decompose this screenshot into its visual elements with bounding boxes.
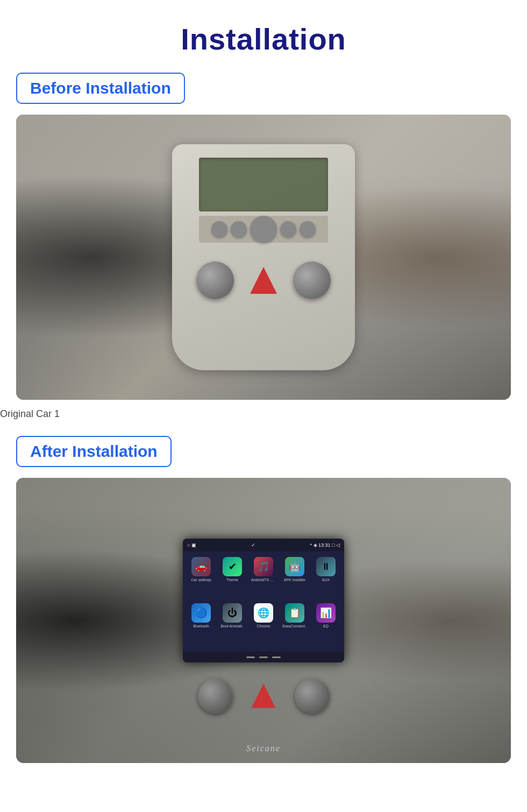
aux-label: AUX bbox=[322, 578, 330, 582]
app-apk-installer: 🤖 APK Installer bbox=[281, 557, 309, 600]
before-installation-label: Before Installation bbox=[16, 73, 185, 104]
app-eq: 📊 EQ bbox=[312, 603, 340, 646]
chrome-label: Chrome bbox=[257, 624, 270, 628]
boot-icon: ⏻ bbox=[223, 603, 242, 623]
androidts-icon: 🎵 bbox=[254, 557, 273, 576]
app-car-settings: 🚗 Car settings bbox=[187, 557, 215, 600]
theme-label: Theme bbox=[226, 578, 238, 582]
androidts-label: AndroidTS GP.. bbox=[251, 578, 276, 582]
radio-btn-1 bbox=[211, 221, 227, 237]
before-caption: Original Car 1 bbox=[0, 408, 60, 420]
eq-label: EQ bbox=[323, 624, 329, 628]
android-right-status: * ◈ 13:31 □ ◁ bbox=[310, 542, 340, 548]
android-head-unit: ○ ▣ ✓ * ◈ 13:31 □ ◁ 🚗 Car settings ✔ The… bbox=[183, 539, 344, 662]
after-section: After Installation ○ ▣ ✓ * ◈ 13:31 □ ◁ 🚗… bbox=[0, 436, 527, 763]
climate-knob-left bbox=[196, 262, 234, 299]
bluetooth-icon: 🔵 bbox=[191, 603, 211, 623]
before-car-photo bbox=[16, 115, 511, 400]
car-settings-label: Car settings bbox=[191, 578, 211, 582]
after-knob-left bbox=[198, 679, 233, 714]
original-radio-screen bbox=[199, 158, 328, 211]
bottom-dot-1 bbox=[246, 656, 255, 658]
after-installation-image: ○ ▣ ✓ * ◈ 13:31 □ ◁ 🚗 Car settings ✔ The… bbox=[16, 478, 511, 763]
android-apps-grid: 🚗 Car settings ✔ Theme 🎵 AndroidTS GP.. … bbox=[183, 552, 344, 652]
bottom-dot-3 bbox=[272, 656, 281, 658]
bottom-dot-2 bbox=[259, 656, 268, 658]
eq-icon: 📊 bbox=[316, 603, 336, 623]
app-androidts: 🎵 AndroidTS GP.. bbox=[250, 557, 277, 600]
app-boot-animation: ⏻ Boot Animati.. bbox=[218, 603, 246, 646]
app-bluetooth: 🔵 Bluetooth bbox=[187, 603, 215, 646]
chrome-icon: 🌐 bbox=[254, 603, 273, 623]
app-easyconnect: 📋 EasyConnect.. bbox=[281, 603, 309, 646]
radio-btn-4 bbox=[300, 221, 316, 237]
climate-knob-right bbox=[293, 262, 331, 299]
android-check-icon: ✓ bbox=[251, 542, 255, 548]
easyconnect-icon: 📋 bbox=[285, 603, 304, 623]
app-aux: ⏸ AUX bbox=[312, 557, 340, 600]
after-car-photo: ○ ▣ ✓ * ◈ 13:31 □ ◁ 🚗 Car settings ✔ The… bbox=[16, 478, 511, 763]
climate-controls bbox=[188, 253, 339, 307]
hazard-button bbox=[250, 267, 277, 294]
radio-buttons bbox=[199, 216, 328, 243]
android-left-icons: ○ ▣ bbox=[187, 542, 196, 548]
easyconnect-label: EasyConnect.. bbox=[282, 624, 307, 628]
radio-btn-main bbox=[250, 216, 277, 243]
app-chrome: 🌐 Chrome bbox=[250, 603, 277, 646]
boot-label: Boot Animati.. bbox=[220, 624, 244, 628]
after-climate-controls bbox=[188, 661, 339, 731]
bluetooth-label: Bluetooth bbox=[193, 624, 209, 628]
apk-label: APK Installer bbox=[284, 578, 305, 582]
original-dashboard bbox=[172, 144, 355, 370]
apk-icon: 🤖 bbox=[285, 557, 304, 576]
before-installation-image bbox=[16, 115, 511, 400]
after-installation-label: After Installation bbox=[16, 436, 172, 467]
after-hazard-button bbox=[252, 684, 276, 708]
aux-icon: ⏸ bbox=[316, 557, 336, 576]
app-theme: ✔ Theme bbox=[218, 557, 246, 600]
page-title: Installation bbox=[181, 22, 346, 57]
seicane-watermark: Seicane bbox=[246, 744, 281, 753]
radio-btn-2 bbox=[231, 221, 247, 237]
before-section: Before Installation Ori bbox=[0, 73, 527, 436]
android-status-bar: ○ ▣ ✓ * ◈ 13:31 □ ◁ bbox=[183, 539, 344, 552]
radio-btn-3 bbox=[280, 221, 296, 237]
theme-icon: ✔ bbox=[223, 557, 242, 576]
after-knob-right bbox=[295, 679, 330, 714]
car-settings-icon: 🚗 bbox=[191, 557, 211, 576]
